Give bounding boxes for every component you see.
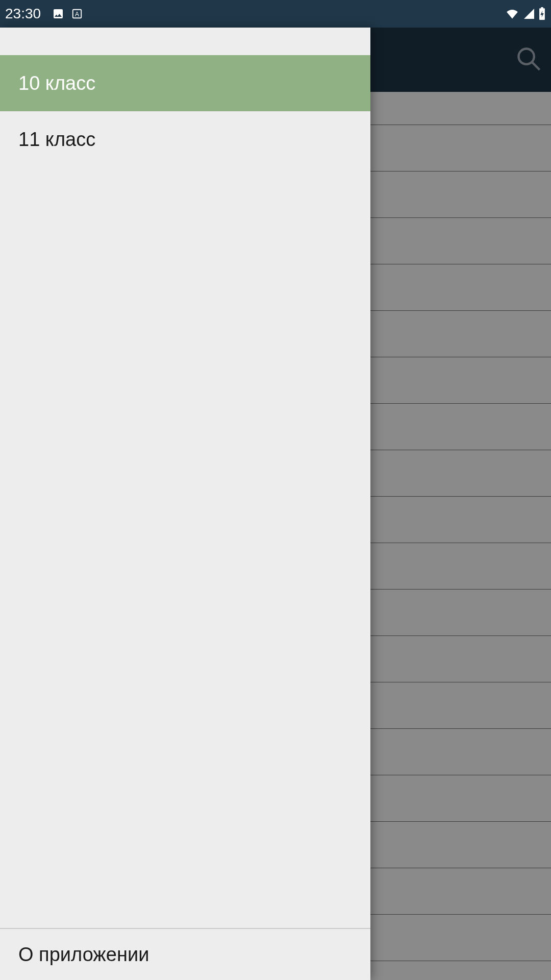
drawer-item-label: 11 класс — [18, 129, 95, 151]
drawer-item-label: 10 класс — [18, 72, 95, 94]
svg-rect-3 — [541, 7, 543, 9]
wifi-icon — [505, 8, 520, 20]
language-icon: A — [71, 8, 83, 19]
battery-charging-icon — [538, 7, 546, 20]
svg-text:A: A — [75, 11, 79, 18]
drawer-item-label: О приложении — [18, 944, 149, 966]
cellular-icon — [523, 8, 535, 20]
status-clock: 23:30 — [5, 6, 41, 22]
image-icon — [52, 8, 64, 20]
status-bar: 23:30 A — [0, 0, 551, 28]
drawer-item-about[interactable]: О приложении — [0, 929, 370, 980]
drawer-item-class-10[interactable]: 10 класс — [0, 55, 370, 111]
drawer-item-class-11[interactable]: 11 класс — [0, 111, 370, 167]
navigation-drawer: 10 класс 11 класс О приложении — [0, 28, 370, 980]
